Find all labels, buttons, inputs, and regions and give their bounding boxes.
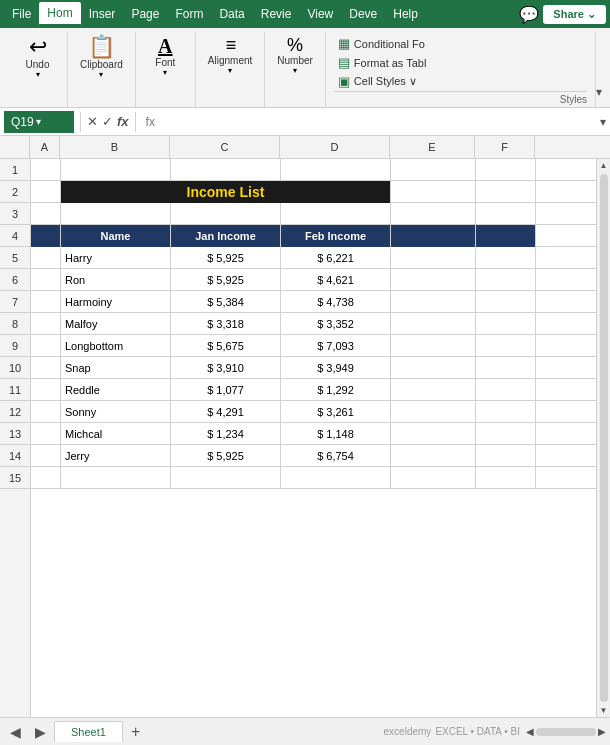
- cell-6a[interactable]: [31, 269, 61, 291]
- cell-2f[interactable]: [476, 181, 536, 203]
- menu-page[interactable]: Page: [123, 3, 167, 25]
- row-num-15[interactable]: 15: [0, 467, 30, 489]
- income-list-title[interactable]: Income List: [61, 181, 391, 203]
- cell-7c[interactable]: $ 5,384: [171, 291, 281, 313]
- cell-9c[interactable]: $ 5,675: [171, 335, 281, 357]
- cell-1d[interactable]: [281, 159, 391, 181]
- col-name-header[interactable]: Name: [61, 225, 171, 247]
- conditional-formatting-button[interactable]: ▦ Conditional Fo: [334, 34, 587, 53]
- cell-7a[interactable]: [31, 291, 61, 313]
- cell-15d[interactable]: [281, 467, 391, 489]
- cell-4f[interactable]: [476, 225, 536, 247]
- cell-10a[interactable]: [31, 357, 61, 379]
- row-num-13[interactable]: 13: [0, 423, 30, 445]
- cell-2a[interactable]: [31, 181, 61, 203]
- cell-6d[interactable]: $ 4,621: [281, 269, 391, 291]
- cell-9d[interactable]: $ 7,093: [281, 335, 391, 357]
- formula-input[interactable]: [142, 111, 598, 133]
- cell-3c[interactable]: [171, 203, 281, 225]
- cell-14d[interactable]: $ 6,754: [281, 445, 391, 467]
- row-num-8[interactable]: 8: [0, 313, 30, 335]
- sheet1-tab[interactable]: Sheet1: [54, 721, 123, 742]
- cell-1e[interactable]: [391, 159, 476, 181]
- cell-3b[interactable]: [61, 203, 171, 225]
- cancel-formula-icon[interactable]: ✕: [87, 114, 98, 129]
- cell-10e[interactable]: [391, 357, 476, 379]
- cell-1f[interactable]: [476, 159, 536, 181]
- cell-12d[interactable]: $ 3,261: [281, 401, 391, 423]
- cell-14b[interactable]: Jerry: [61, 445, 171, 467]
- ribbon-expand-icon[interactable]: ▾: [596, 85, 602, 99]
- cell-15e[interactable]: [391, 467, 476, 489]
- scroll-left-icon[interactable]: ◀: [526, 726, 534, 737]
- menu-insert[interactable]: Inser: [81, 3, 124, 25]
- chat-icon[interactable]: 💬: [519, 5, 539, 24]
- row-num-5[interactable]: 5: [0, 247, 30, 269]
- cell-8e[interactable]: [391, 313, 476, 335]
- cell-reference-box[interactable]: Q19 ▾: [4, 111, 74, 133]
- cell-3e[interactable]: [391, 203, 476, 225]
- row-num-3[interactable]: 3: [0, 203, 30, 225]
- cell-8f[interactable]: [476, 313, 536, 335]
- row-num-12[interactable]: 12: [0, 401, 30, 423]
- row-num-11[interactable]: 11: [0, 379, 30, 401]
- cell-11b[interactable]: Reddle: [61, 379, 171, 401]
- cell-6c[interactable]: $ 5,925: [171, 269, 281, 291]
- cell-8b[interactable]: Malfoy: [61, 313, 171, 335]
- cell-4e[interactable]: [391, 225, 476, 247]
- menu-view[interactable]: View: [299, 3, 341, 25]
- cell-12e[interactable]: [391, 401, 476, 423]
- cell-10c[interactable]: $ 3,910: [171, 357, 281, 379]
- cell-14c[interactable]: $ 5,925: [171, 445, 281, 467]
- number-button[interactable]: % Number ▾: [273, 34, 317, 77]
- cell-2e[interactable]: [391, 181, 476, 203]
- cell-15c[interactable]: [171, 467, 281, 489]
- cell-5a[interactable]: [31, 247, 61, 269]
- cell-3d[interactable]: [281, 203, 391, 225]
- cell-7d[interactable]: $ 4,738: [281, 291, 391, 313]
- h-scroll-thumb[interactable]: [536, 728, 596, 736]
- cell-13b[interactable]: Michcal: [61, 423, 171, 445]
- menu-data[interactable]: Data: [211, 3, 252, 25]
- share-button[interactable]: Share ⌄: [543, 5, 606, 24]
- cell-12b[interactable]: Sonny: [61, 401, 171, 423]
- cell-13c[interactable]: $ 1,234: [171, 423, 281, 445]
- vertical-scrollbar[interactable]: ▲ ▼: [596, 159, 610, 717]
- cell-5c[interactable]: $ 5,925: [171, 247, 281, 269]
- row-num-1[interactable]: 1: [0, 159, 30, 181]
- horizontal-scrollbar[interactable]: ◀ ▶: [526, 726, 606, 737]
- col-header-c[interactable]: C: [170, 136, 280, 158]
- cell-3a[interactable]: [31, 203, 61, 225]
- row-num-10[interactable]: 10: [0, 357, 30, 379]
- undo-button[interactable]: ↩ Undo ▾: [20, 34, 56, 81]
- col-header-d[interactable]: D: [280, 136, 390, 158]
- cell-14a[interactable]: [31, 445, 61, 467]
- row-num-14[interactable]: 14: [0, 445, 30, 467]
- row-num-6[interactable]: 6: [0, 269, 30, 291]
- cell-15f[interactable]: [476, 467, 536, 489]
- menu-review[interactable]: Revie: [253, 3, 300, 25]
- cell-5f[interactable]: [476, 247, 536, 269]
- cell-6f[interactable]: [476, 269, 536, 291]
- cell-13d[interactable]: $ 1,148: [281, 423, 391, 445]
- cell-10b[interactable]: Snap: [61, 357, 171, 379]
- col-header-b[interactable]: B: [60, 136, 170, 158]
- cell-8a[interactable]: [31, 313, 61, 335]
- format-as-table-button[interactable]: ▤ Format as Tabl: [334, 53, 587, 72]
- col-jan-header[interactable]: Jan Income: [171, 225, 281, 247]
- cell-12f[interactable]: [476, 401, 536, 423]
- row-num-7[interactable]: 7: [0, 291, 30, 313]
- cell-4a[interactable]: [31, 225, 61, 247]
- clipboard-button[interactable]: 📋 Clipboard ▾: [76, 34, 127, 81]
- cell-7e[interactable]: [391, 291, 476, 313]
- cell-9a[interactable]: [31, 335, 61, 357]
- menu-help[interactable]: Help: [385, 3, 426, 25]
- cell-11c[interactable]: $ 1,077: [171, 379, 281, 401]
- cell-styles-button[interactable]: ▣ Cell Styles ∨: [334, 72, 587, 91]
- cell-9b[interactable]: Longbottom: [61, 335, 171, 357]
- cell-12a[interactable]: [31, 401, 61, 423]
- cell-10f[interactable]: [476, 357, 536, 379]
- menu-developer[interactable]: Deve: [341, 3, 385, 25]
- cell-6b[interactable]: Ron: [61, 269, 171, 291]
- menu-form[interactable]: Form: [167, 3, 211, 25]
